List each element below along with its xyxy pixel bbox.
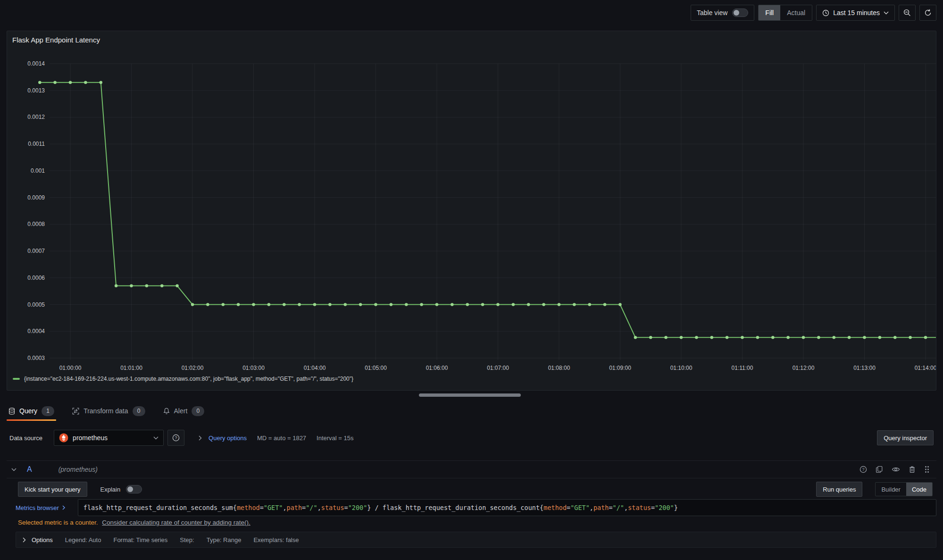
x-tick-label: 01:07:00 [487, 365, 509, 371]
query-token: status [628, 504, 651, 511]
series-point [344, 303, 347, 306]
collapse-chevron-icon[interactable] [11, 468, 17, 471]
builder-option[interactable]: Builder [876, 483, 906, 496]
series-point [634, 336, 637, 339]
drag-handle-icon[interactable] [924, 466, 930, 473]
query-token: = [260, 504, 264, 511]
query-token: method [543, 504, 567, 511]
series-point [390, 303, 392, 306]
x-tick-label: 01:10:00 [670, 365, 693, 371]
add-rate-link[interactable]: Consider calculating rate of counter by … [102, 519, 250, 526]
actual-option[interactable]: Actual [780, 5, 812, 20]
series-point [817, 336, 820, 339]
query-token: = [344, 504, 348, 511]
tab-alert[interactable]: Alert 0 [161, 401, 207, 421]
series-point [191, 303, 194, 306]
series-point [115, 284, 117, 287]
duplicate-query-icon[interactable] [876, 466, 883, 473]
options-title: Options [23, 536, 53, 543]
promql-query-input[interactable]: flask_http_request_duration_seconds_sum{… [78, 499, 936, 516]
query-options-label: Query options [209, 435, 247, 442]
chevron-down-icon [153, 436, 159, 440]
series-point [786, 336, 789, 339]
help-circle-icon: ? [172, 434, 180, 442]
series-point [878, 336, 881, 339]
x-tick-label: 01:06:00 [426, 365, 448, 371]
query-token: , [590, 504, 593, 511]
table-view-toggle[interactable] [732, 8, 748, 17]
query-row-header[interactable]: A (prometheus) ? [7, 460, 936, 478]
query-datasource-hint: (prometheus) [58, 466, 98, 473]
y-tick-label: 0.0014 [27, 60, 45, 67]
legend-series-label[interactable]: {instance="ec2-184-169-216-224.us-west-1… [24, 376, 353, 382]
series-point [726, 336, 728, 339]
options-exemplars: Exemplars: false [253, 536, 299, 543]
query-row-actions: ? [860, 466, 930, 473]
tab-alert-count: 0 [192, 406, 204, 416]
series-point [145, 284, 148, 287]
kick-start-query-button[interactable]: Kick start your query [18, 482, 87, 497]
tab-transform[interactable]: Transform data 0 [70, 401, 147, 421]
series-point [863, 336, 866, 339]
delete-query-trash-icon[interactable] [909, 466, 916, 473]
code-option[interactable]: Code [906, 483, 932, 496]
query-ref-letter[interactable]: A [27, 465, 32, 474]
query-token: = [651, 504, 655, 511]
y-tick-label: 0.0011 [28, 141, 45, 147]
x-tick-label: 01:08:00 [548, 365, 570, 371]
latency-chart[interactable]: 0.00140.00130.00120.00110.0010.00090.000… [7, 31, 936, 374]
fill-actual-group: Fill Actual [758, 5, 812, 21]
query-inspector-button[interactable]: Query inspector [877, 430, 934, 445]
series-point [222, 303, 225, 306]
options-legend: Legend: Auto [65, 536, 101, 543]
x-tick-label: 01:09:00 [609, 365, 631, 371]
x-tick-label: 01:12:00 [793, 365, 815, 371]
refresh-button[interactable] [919, 5, 936, 21]
transform-icon [72, 408, 79, 415]
metrics-browser-toggle[interactable]: Metrics browser [16, 504, 65, 511]
explain-label: Explain [100, 486, 121, 493]
series-point [496, 303, 499, 306]
y-tick-label: 0.0005 [27, 301, 45, 308]
time-range-picker[interactable]: Last 15 minutes [816, 5, 895, 21]
query-token: } [674, 504, 678, 511]
series-point [84, 81, 87, 84]
pane-resize-handle[interactable] [419, 393, 521, 397]
series-point [680, 336, 683, 339]
run-queries-button[interactable]: Run queries [816, 482, 862, 497]
x-tick-label: 01:14:00 [915, 365, 936, 371]
query-help-icon[interactable]: ? [860, 466, 867, 473]
series-point [466, 303, 469, 306]
query-token: "GET" [570, 504, 590, 511]
y-tick-label: 0.0007 [27, 248, 45, 254]
options-step: Step: [180, 536, 194, 543]
query-options-toggle[interactable]: Query options [199, 435, 247, 442]
series-point [252, 303, 255, 306]
metrics-browser-label: Metrics browser [16, 504, 59, 511]
series-point [374, 303, 377, 306]
zoom-out-button[interactable] [899, 5, 916, 21]
series-point [573, 303, 576, 306]
series-point [38, 81, 41, 84]
options-type: Type: Range [207, 536, 242, 543]
interval-text: Interval = 15s [317, 435, 353, 442]
hide-response-eye-icon[interactable] [892, 466, 900, 473]
query-token: = [567, 504, 570, 511]
explain-toggle[interactable] [126, 485, 142, 493]
panel-toolbar: Table view Fill Actual Last 15 minutes [691, 5, 936, 21]
fill-option[interactable]: Fill [759, 5, 780, 20]
series-point [237, 303, 240, 306]
y-tick-label: 0.0012 [27, 114, 45, 120]
chevron-right-icon [23, 537, 26, 543]
svg-text:?: ? [175, 435, 177, 440]
y-tick-label: 0.0013 [27, 87, 45, 94]
series-point [664, 336, 667, 339]
series-point [802, 336, 805, 339]
datasource-help-button[interactable]: ? [167, 430, 184, 446]
refresh-icon [924, 9, 932, 17]
series-point [160, 284, 163, 287]
datasource-picker[interactable]: prometheus [54, 430, 164, 446]
y-tick-label: 0.0006 [27, 275, 45, 281]
tab-query[interactable]: Query 1 [7, 401, 56, 421]
query-options-collapsed-bar[interactable]: Options Legend: Auto Format: Time series… [16, 532, 936, 548]
